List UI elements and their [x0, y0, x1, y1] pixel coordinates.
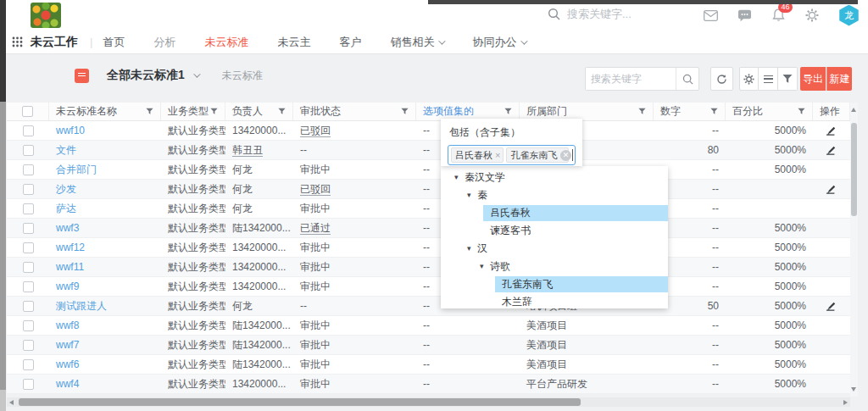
record-name-link[interactable]: 萨达 — [49, 199, 161, 218]
record-name[interactable]: wwf12 — [56, 242, 85, 253]
view-title[interactable]: 全部未云标准1 — [107, 68, 185, 83]
row-checkbox[interactable] — [23, 340, 34, 351]
notifications-bell-icon[interactable]: 46 — [771, 8, 786, 23]
mail-icon[interactable] — [703, 8, 718, 23]
refresh-button[interactable] — [710, 67, 733, 91]
record-name-link[interactable]: 文件 — [49, 141, 161, 159]
app-grid-icon[interactable] — [12, 36, 23, 47]
record-name-link[interactable]: wwf4 — [49, 375, 161, 393]
edit-record-button[interactable] — [826, 184, 837, 194]
record-name-link[interactable]: wwf3 — [49, 219, 161, 237]
tree-node-label[interactable]: 谏逐客书 — [490, 222, 531, 240]
tree-node-吕氏春秋[interactable]: 吕氏春秋 — [441, 204, 668, 222]
row-checkbox[interactable] — [23, 242, 34, 253]
record-name-link[interactable]: wwf11 — [49, 258, 161, 276]
nav-item-未云标准[interactable]: 未云标准 — [204, 35, 248, 50]
record-name-link[interactable]: wwf10 — [49, 121, 161, 140]
chat-icon[interactable] — [737, 8, 752, 23]
record-name[interactable]: 萨达 — [56, 202, 76, 216]
record-name[interactable]: 文件 — [56, 143, 76, 158]
tree-node-label[interactable]: 吕氏春秋 — [490, 204, 531, 222]
record-name[interactable]: 沙发 — [56, 182, 76, 197]
row-checkbox[interactable] — [23, 320, 34, 331]
tree-node-诗歌[interactable]: ▾诗歌 — [441, 258, 668, 275]
record-name[interactable]: wwf6 — [56, 358, 79, 370]
nav-item-未云主[interactable]: 未云主 — [277, 35, 310, 50]
tree-node-木兰辞[interactable]: 木兰辞 — [441, 293, 668, 311]
horizontal-scrollbar[interactable] — [7, 397, 850, 407]
row-checkbox[interactable] — [23, 262, 34, 273]
scroll-down-arrow[interactable] — [851, 387, 856, 392]
edit-record-button[interactable] — [826, 301, 837, 311]
nav-item-分析[interactable]: 分析 — [153, 35, 175, 50]
tree-node-label[interactable]: 秦 — [477, 186, 487, 204]
record-name[interactable]: wwf8 — [56, 319, 79, 331]
nav-item-协同办公[interactable]: 协同办公 — [472, 35, 526, 50]
row-checkbox[interactable] — [23, 281, 34, 292]
row-checkbox[interactable] — [23, 145, 34, 156]
record-name[interactable]: wwf7 — [56, 339, 79, 351]
nav-item-销售相关[interactable]: 销售相关 — [390, 35, 443, 50]
row-checkbox[interactable] — [23, 301, 34, 312]
funnel-icon[interactable] — [146, 108, 153, 115]
tree-expand-arrow-icon[interactable]: ▾ — [467, 240, 471, 258]
tree-node-label[interactable]: 木兰辞 — [502, 293, 532, 311]
row-checkbox[interactable] — [23, 223, 34, 234]
tree-node-label[interactable]: 汉 — [477, 240, 487, 258]
row-checkbox[interactable] — [23, 184, 34, 195]
app-logo[interactable] — [31, 3, 61, 28]
row-checkbox[interactable] — [23, 125, 34, 136]
tree-node-孔雀东南飞[interactable]: 孔雀东南飞 — [441, 275, 668, 293]
tree-expand-arrow-icon[interactable]: ▾ — [454, 169, 459, 186]
select-all-checkbox[interactable] — [22, 106, 33, 117]
table-settings-button[interactable] — [739, 67, 759, 91]
list-search-input[interactable] — [586, 68, 676, 90]
filter-button[interactable] — [778, 67, 798, 91]
export-button[interactable]: 导出 — [800, 67, 826, 91]
record-name-link[interactable]: wwf8 — [49, 316, 161, 335]
row-checkbox[interactable] — [23, 164, 34, 175]
remove-tag-icon[interactable]: × — [495, 150, 500, 160]
horizontal-scrollbar-thumb[interactable] — [19, 398, 581, 406]
row-height-button[interactable] — [759, 67, 778, 91]
settings-gear-icon[interactable] — [804, 8, 820, 23]
scroll-right-arrow[interactable] — [843, 400, 848, 405]
tree-node-汉[interactable]: ▾汉 — [441, 240, 668, 258]
funnel-icon[interactable] — [504, 108, 512, 115]
record-name-link[interactable]: wwf6 — [49, 355, 161, 374]
clear-all-icon[interactable]: ✕ — [560, 150, 571, 161]
scroll-left-arrow[interactable] — [9, 400, 14, 405]
record-name[interactable]: wwf10 — [56, 125, 85, 136]
record-name[interactable]: wwf11 — [56, 261, 84, 273]
funnel-icon[interactable] — [278, 108, 286, 115]
tree-node-秦汉文学[interactable]: ▾秦汉文学 — [441, 169, 668, 186]
list-search-button[interactable] — [676, 68, 698, 90]
record-name-link[interactable]: 测试跟进人 — [49, 297, 161, 315]
record-name[interactable]: wwf3 — [56, 222, 79, 234]
view-chevron-down-icon[interactable] — [193, 70, 200, 77]
tree-expand-arrow-icon[interactable]: ▾ — [467, 186, 471, 204]
tree-node-label[interactable]: 秦汉文学 — [465, 169, 505, 186]
funnel-icon[interactable] — [401, 108, 409, 115]
row-checkbox[interactable] — [23, 379, 34, 390]
filter-tag-input[interactable]: 吕氏春秋×孔雀东南飞× ✕ — [448, 145, 576, 165]
tree-node-谏逐客书[interactable]: 谏逐客书 — [441, 222, 668, 240]
record-name[interactable]: 合并部门 — [56, 163, 97, 177]
vertical-scrollbar-thumb[interactable] — [851, 123, 857, 216]
record-name-link[interactable]: 合并部门 — [49, 160, 161, 179]
record-name-link[interactable]: wwf7 — [49, 336, 161, 354]
record-name[interactable]: wwf4 — [56, 378, 79, 390]
edit-record-button[interactable] — [826, 145, 837, 155]
scroll-up-arrow[interactable] — [851, 108, 856, 112]
tree-node-秦[interactable]: ▾秦 — [441, 186, 668, 204]
global-search-input[interactable] — [567, 8, 694, 20]
tree-expand-arrow-icon[interactable]: ▾ — [480, 258, 484, 275]
avatar[interactable]: 龙 — [838, 5, 860, 26]
record-name[interactable]: 测试跟进人 — [56, 299, 107, 314]
funnel-icon[interactable] — [798, 108, 805, 115]
row-checkbox[interactable] — [23, 359, 34, 370]
funnel-icon[interactable] — [710, 108, 718, 115]
create-button[interactable]: 新建 — [826, 67, 852, 91]
record-name-link[interactable]: wwf12 — [49, 238, 161, 257]
filter-condition-label[interactable]: 包括（含子集） — [449, 125, 576, 140]
